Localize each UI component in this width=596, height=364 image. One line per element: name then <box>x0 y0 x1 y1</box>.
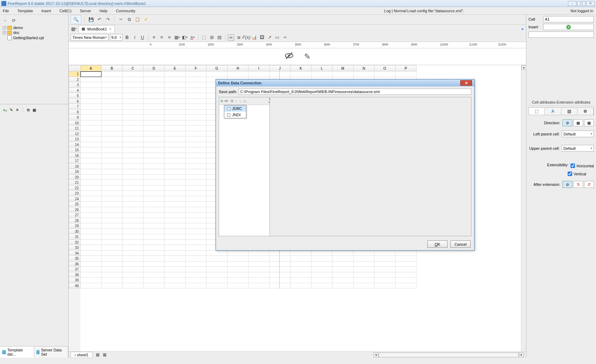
menu-item-jndi[interactable]: JNDI <box>224 112 246 118</box>
cell[interactable] <box>143 218 164 224</box>
cell[interactable] <box>164 202 185 207</box>
cell[interactable] <box>80 283 101 289</box>
cell[interactable] <box>80 158 101 164</box>
cancel-button[interactable]: Cancel <box>450 240 471 248</box>
cell[interactable] <box>122 110 143 115</box>
row-header[interactable]: 38 <box>69 272 80 278</box>
tree-item-demo[interactable]: + demo <box>3 25 65 30</box>
cell[interactable] <box>101 180 122 186</box>
cell[interactable] <box>185 164 206 169</box>
cell[interactable] <box>185 126 206 131</box>
cell[interactable] <box>122 71 143 77</box>
row-header[interactable]: 32 <box>69 240 80 245</box>
menu-community[interactable]: Community <box>116 9 135 13</box>
login-status[interactable]: Not logged in <box>570 9 593 13</box>
attr-tab-other[interactable]: ⚙ <box>577 108 594 115</box>
cell[interactable] <box>206 278 227 283</box>
cell[interactable] <box>101 261 122 267</box>
cell[interactable] <box>332 251 353 256</box>
cell[interactable] <box>101 272 122 278</box>
cell[interactable] <box>101 207 122 213</box>
column-header[interactable]: B <box>101 65 122 71</box>
menu-file[interactable]: File <box>3 9 9 13</box>
row-header[interactable]: 27 <box>69 212 80 218</box>
cell[interactable] <box>143 240 164 245</box>
cell[interactable] <box>80 180 101 186</box>
cell[interactable] <box>185 99 206 104</box>
add-sheet-icon[interactable]: ▥ <box>96 352 99 357</box>
row-header[interactable]: 20 <box>69 175 80 180</box>
cell[interactable] <box>395 251 416 256</box>
cell[interactable] <box>374 251 395 256</box>
cell[interactable] <box>164 88 185 93</box>
cell[interactable] <box>101 196 122 202</box>
cell[interactable] <box>206 71 227 77</box>
vertical-checkbox[interactable]: Vertical <box>528 172 594 176</box>
cell[interactable] <box>290 256 311 261</box>
cell[interactable] <box>248 272 269 278</box>
refresh-icon[interactable]: ⟳ <box>10 17 17 23</box>
cell[interactable] <box>185 71 206 77</box>
cell[interactable] <box>248 251 269 256</box>
bold-button[interactable]: B <box>124 34 130 41</box>
insert-button[interactable]: + <box>543 24 594 30</box>
dialog-close-button[interactable]: ✕ <box>460 80 472 86</box>
underline-button[interactable]: U <box>139 34 146 41</box>
cell[interactable] <box>101 164 122 169</box>
cell[interactable] <box>80 71 101 77</box>
cell[interactable] <box>185 256 206 261</box>
cell[interactable] <box>143 153 164 159</box>
column-header[interactable]: M <box>332 65 353 71</box>
cell[interactable] <box>311 71 332 77</box>
left-parent-select[interactable]: Default▾ <box>562 131 594 137</box>
row-header[interactable]: 17 <box>69 158 80 164</box>
cell[interactable] <box>122 158 143 164</box>
cell[interactable] <box>101 202 122 207</box>
cell[interactable] <box>374 261 395 267</box>
direction-vertical-button[interactable]: ▦ <box>573 119 583 126</box>
cell[interactable] <box>185 212 206 218</box>
cell[interactable] <box>101 256 122 261</box>
cell[interactable] <box>101 71 122 77</box>
cell[interactable] <box>185 93 206 99</box>
cell[interactable] <box>164 153 185 159</box>
cell[interactable] <box>122 186 143 191</box>
cell[interactable] <box>143 267 164 272</box>
cell[interactable] <box>353 278 374 283</box>
cell[interactable] <box>227 71 248 77</box>
row-header[interactable]: 8 <box>69 110 80 115</box>
move-up-icon[interactable]: ↑ <box>236 99 238 103</box>
cell[interactable] <box>101 99 122 104</box>
copy-icon[interactable]: ⧉ <box>27 108 30 112</box>
cell[interactable] <box>164 196 185 202</box>
cell[interactable] <box>164 212 185 218</box>
row-header[interactable]: 21 <box>69 180 80 186</box>
redo-icon[interactable] <box>105 16 111 23</box>
chart-icon[interactable]: 📊 <box>251 34 257 41</box>
cell[interactable] <box>185 229 206 234</box>
cell[interactable] <box>395 278 416 283</box>
cell[interactable] <box>164 71 185 77</box>
splitter-handle[interactable]: ◂ ▸ <box>269 97 271 101</box>
cell[interactable] <box>185 77 206 83</box>
cell[interactable] <box>185 283 206 289</box>
row-header[interactable]: 29 <box>69 223 80 229</box>
cell[interactable] <box>122 202 143 207</box>
cell[interactable] <box>395 267 416 272</box>
cell[interactable] <box>185 278 206 283</box>
cell[interactable] <box>80 218 101 224</box>
cell[interactable] <box>101 142 122 148</box>
align-center-icon[interactable]: ≡ <box>159 34 165 41</box>
format-painter-icon[interactable] <box>143 16 149 23</box>
cell[interactable] <box>227 261 248 267</box>
cell[interactable] <box>80 93 101 99</box>
cell[interactable] <box>122 180 143 186</box>
cell[interactable] <box>122 191 143 196</box>
column-header[interactable]: I <box>248 65 269 71</box>
cell[interactable] <box>101 245 122 251</box>
cell[interactable] <box>164 77 185 83</box>
ok-button[interactable]: OK <box>427 240 448 248</box>
cell[interactable] <box>143 88 164 93</box>
cell[interactable] <box>248 256 269 261</box>
cell[interactable] <box>332 261 353 267</box>
